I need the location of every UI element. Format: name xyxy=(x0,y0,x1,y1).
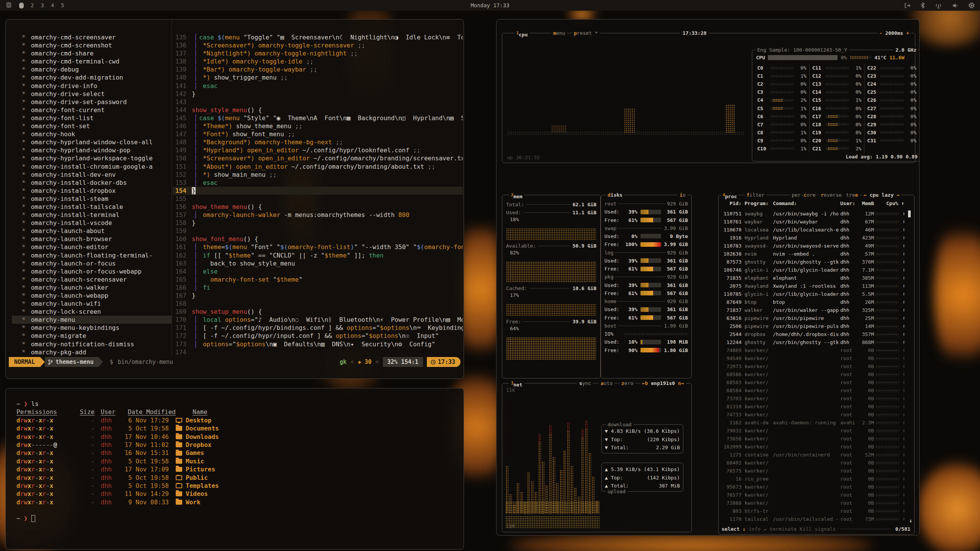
process-row[interactable]: 1916HyprlandHyprlanddhh423M0.0 xyxy=(722,234,904,242)
process-row[interactable]: 110783swayosd-/usr/bin/swayosd-serverdhh… xyxy=(722,242,904,250)
file-list-item[interactable]: *omarchy-hyprland-window-pop xyxy=(12,146,172,154)
file-list-item[interactable]: *omarchy-lock-screen xyxy=(12,308,172,316)
process-row[interactable]: 74869kworker/root0B0.0 xyxy=(722,346,904,354)
file-list-item[interactable]: *omarchy-install-vscode xyxy=(12,219,172,227)
process-row[interactable]: 79032kworker/root0B0.0 xyxy=(722,427,904,435)
file-list-item[interactable]: *omarchy-font-current xyxy=(12,106,172,114)
file-list-item[interactable]: *omarchy-install-dropbox xyxy=(12,187,172,195)
file-list-item[interactable]: *omarchy-drive-select xyxy=(12,90,172,98)
signals-button[interactable]: signals xyxy=(815,526,836,532)
file-list-item[interactable]: *omarchy-launch-walker xyxy=(12,284,172,292)
process-row[interactable]: 68586kworker/root0B0.0 xyxy=(722,370,904,378)
terminate-button[interactable]: terminate xyxy=(770,526,797,532)
per-core-toggle[interactable]: per-core xyxy=(790,192,818,198)
file-list-item[interactable]: *omarchy-pkg-add xyxy=(12,348,172,356)
io-toggle[interactable]: io xyxy=(678,192,688,198)
window-stack-icon[interactable] xyxy=(6,2,12,9)
file-list-item[interactable]: *omarchy-hyprland-window-close-all xyxy=(12,138,172,146)
process-row[interactable]: 95673kworker/root0B0.0 xyxy=(722,483,904,491)
file-list-item[interactable]: *omarchy-install-terminal xyxy=(12,211,172,219)
disks-tab[interactable]: disks xyxy=(606,192,624,198)
file-list-item[interactable]: *omarchy-migrate xyxy=(12,332,172,340)
process-row[interactable]: 2506pipewire/usr/bin/pipewire-pulsedhh14… xyxy=(722,322,904,330)
proc-tab[interactable]: 4proc xyxy=(721,192,739,199)
file-list-item[interactable]: *omarchy-launch-or-focus-webapp xyxy=(12,267,172,276)
sort-switcher[interactable]: ← cpu lazy → xyxy=(862,192,902,198)
process-row[interactable]: 87573ghostty/usr/bin/ghostty --gtk-dhh37… xyxy=(722,258,904,266)
process-row[interactable]: 68583kworker/root0B0.0 xyxy=(722,378,904,386)
preset-button[interactable]: preset * xyxy=(572,30,600,36)
tree-toggle[interactable]: tree xyxy=(844,192,860,198)
process-row[interactable]: 74733kworker/root0B0.0 xyxy=(722,411,904,419)
process-row[interactable]: 71835elephantelephantdhh385M0.0 xyxy=(722,274,904,282)
net-tab[interactable]: 3net xyxy=(509,380,524,388)
process-row[interactable]: 803btrfs-trroot0B0.0 xyxy=(722,507,904,515)
file-list-item[interactable]: *omarchy-install-dev-env xyxy=(12,171,172,179)
process-row[interactable]: 1162avahi-daavahi-daemon: running [avahi… xyxy=(722,419,904,427)
file-list-item[interactable]: *omarchy-launch-webapp xyxy=(12,292,172,300)
process-row[interactable]: 106746glycin-i/usr/lib/glycin-loadersdhh… xyxy=(722,266,904,274)
file-list-item[interactable]: *omarchy-hook xyxy=(12,130,172,138)
file-list-item[interactable]: *omarchy-font-set xyxy=(12,122,172,130)
file-list-item[interactable]: *omarchy-launch-or-focus xyxy=(12,259,172,267)
process-row[interactable]: 63816pipewire/usr/bin/pipewiredhh25M0.0 xyxy=(722,314,904,322)
logout-icon[interactable] xyxy=(904,3,911,8)
process-row[interactable]: 102099kworker/root0B0.0 xyxy=(722,443,904,451)
process-row[interactable]: 76577kworker/root0B0.0 xyxy=(722,491,904,499)
zero-toggle[interactable]: zero xyxy=(619,380,635,386)
process-row[interactable]: 72088kworker/root0B0.0 xyxy=(722,499,904,507)
file-list-item[interactable]: *omarchy-hyprland-workspace-toggle xyxy=(12,154,172,162)
process-row[interactable]: 73703kworker/root0B0.0 xyxy=(722,395,904,403)
process-row[interactable]: 68584kworker/root0B0.0 xyxy=(722,386,904,395)
scroll-down-icon[interactable]: ↓ xyxy=(909,518,912,523)
file-list-item[interactable]: *omarchy-launch-editor xyxy=(12,243,172,251)
interval-control[interactable]: - 2000ms + xyxy=(877,30,911,36)
proc-scrollbar[interactable] xyxy=(908,210,911,523)
process-row[interactable]: 102638nvimnvim --embed .dhh57M0.0 xyxy=(722,250,904,258)
file-list-item[interactable]: *omarchy-launch-floating-terminal- xyxy=(12,251,172,259)
chip-icon[interactable] xyxy=(969,2,975,8)
process-row[interactable]: 1275containe/usr/bin/containerdroot52M0.… xyxy=(722,451,904,459)
file-list-item[interactable]: *omarchy-cmd-terminal-cwd xyxy=(12,57,172,65)
process-row[interactable]: 76575kworker/root0B0.0 xyxy=(722,467,904,475)
kill-button[interactable]: Kill xyxy=(800,526,812,532)
network-icon[interactable] xyxy=(935,3,942,8)
volume-icon[interactable] xyxy=(952,3,959,8)
file-list-item[interactable]: *omarchy-drive-info xyxy=(12,82,172,90)
process-row[interactable]: 71837walker/usr/bin/walker --gappldhh325… xyxy=(722,306,904,314)
file-list-item[interactable]: *omarchy-debug xyxy=(12,65,172,73)
process-row[interactable]: 73656kworker/root0B0.0 xyxy=(722,435,904,443)
prompt-line[interactable]: ~ ❯ xyxy=(6,514,464,522)
process-row[interactable]: 110751swaybg/usr/bin/swaybg -i /homdhh12… xyxy=(722,210,904,218)
cpu-tab[interactable]: 1cpu xyxy=(514,30,530,37)
process-row[interactable]: 110670localsea/usr/lib/localsearch-exdhh… xyxy=(722,226,904,234)
process-row[interactable]: 110761waybar/usr/bin/waybardhh67M0.0 xyxy=(722,218,904,226)
workspace-4[interactable]: 4 xyxy=(51,2,54,8)
file-list-item[interactable]: *omarchy-cmd-screensaver xyxy=(12,33,172,41)
workspace-3[interactable]: 3 xyxy=(41,2,44,8)
workspace-active[interactable] xyxy=(19,3,24,8)
file-list-item[interactable]: *omarchy-install-tailscale xyxy=(12,203,172,211)
file-list-item[interactable]: *omarchy-launch-browser xyxy=(12,235,172,243)
process-row[interactable]: 2544dropbox/home/dhh/.dropbox-distdhh357… xyxy=(722,330,904,338)
file-list-item[interactable]: *omarchy-cmd-share xyxy=(12,49,172,57)
file-list-item[interactable]: *omarchy-font-list xyxy=(12,114,172,122)
file-list-item[interactable]: *omarchy-menu-keybindings xyxy=(12,324,172,332)
reverse-toggle[interactable]: reverse xyxy=(819,192,844,198)
sync-toggle[interactable]: sync xyxy=(577,380,593,386)
process-row[interactable]: 110785glycin-i/usr/lib/glycin-loadersdhh… xyxy=(722,290,904,298)
select-button[interactable]: select ↓ xyxy=(722,526,746,532)
file-list-item[interactable]: *omarchy-install-steam xyxy=(12,195,172,203)
file-list-item[interactable]: *omarchy-launch-about xyxy=(12,227,172,235)
file-list-item[interactable]: *omarchy-launch-screensaver xyxy=(12,276,172,284)
mem-tab[interactable]: 2mem xyxy=(509,192,524,199)
file-list-item[interactable]: *omarchy-install-docker-dbs xyxy=(12,179,172,187)
menu-button[interactable]: menu xyxy=(551,30,567,36)
process-row[interactable]: 16rcu_preeroot0B0.0 xyxy=(722,475,904,483)
file-list-item[interactable]: *omarchy-dev-add-migration xyxy=(12,73,172,82)
file-list-item[interactable]: *omarchy-notification-dismiss xyxy=(12,340,172,348)
workspace-5[interactable]: 5 xyxy=(61,2,64,8)
process-row[interactable]: 94540kworker/root0B0.0 xyxy=(722,354,904,362)
process-row[interactable]: 68402kworker/root0B0.0 xyxy=(722,459,904,467)
interface-switcher[interactable]: ←b enp191s0 n→ xyxy=(640,380,686,386)
